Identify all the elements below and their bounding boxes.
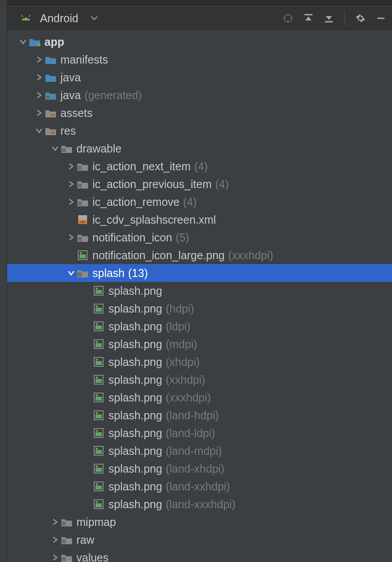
gear-icon[interactable]	[356, 13, 365, 23]
tree-row[interactable]: assets	[7, 104, 392, 122]
project-view-selector[interactable]: Android	[20, 12, 283, 25]
tree-row[interactable]: <>ic_cdv_splashscreen.xml	[7, 211, 392, 229]
tree-item-label: notification_icon_large.png	[92, 249, 224, 262]
chevron-right-icon[interactable]	[66, 234, 76, 241]
tree-row[interactable]: splash.png(land-xxhdpi)	[7, 478, 392, 495]
tree-row[interactable]: raw	[7, 531, 392, 549]
chevron-down-icon[interactable]	[50, 146, 60, 151]
image-icon	[92, 499, 105, 510]
tree-row[interactable]: drawable	[7, 140, 392, 157]
image-icon	[92, 339, 105, 349]
svg-rect-31	[78, 273, 82, 277]
chevron-right-icon[interactable]	[50, 554, 60, 561]
tree-item-label: splash.png	[108, 320, 162, 333]
tree-row[interactable]: notification_icon_large.png(xxxhdpi)	[7, 246, 392, 264]
svg-point-61	[96, 448, 98, 450]
module-icon	[28, 36, 41, 47]
tree-row[interactable]: splash.png(hdpi)	[7, 300, 392, 317]
tree-row[interactable]: java(generated)	[7, 86, 392, 104]
svg-point-0	[24, 19, 25, 20]
svg-rect-23	[78, 201, 82, 205]
tree-row[interactable]: app	[7, 33, 392, 51]
tree-item-suffix: (5)	[176, 231, 189, 244]
svg-rect-27	[78, 237, 82, 241]
tree-item-suffix: (4)	[183, 196, 197, 209]
android-icon	[20, 13, 32, 24]
tree-row[interactable]: splash.png(ldpi)	[7, 317, 392, 335]
tree-item-suffix: (land-mdpi)	[166, 445, 222, 458]
tree-row[interactable]: mipmap	[7, 513, 392, 531]
svg-rect-51	[96, 397, 102, 401]
tree-row[interactable]: splash.png(land-xxxhdpi)	[7, 495, 392, 513]
project-tree[interactable]: appmanifestsjavajava(generated)assetsres…	[7, 30, 392, 562]
chevron-right-icon[interactable]	[34, 56, 44, 63]
dropdown-arrow-icon	[91, 16, 98, 20]
svg-point-43	[96, 341, 98, 343]
svg-rect-69	[96, 503, 102, 507]
svg-rect-73	[62, 557, 66, 561]
tree-item-label: splash.png	[108, 285, 162, 297]
chevron-down-icon[interactable]	[18, 39, 28, 44]
tree-item-label: splash.png	[108, 480, 162, 493]
folder-grey-icon	[76, 197, 89, 207]
tree-row[interactable]: ic_action_next_item(4)	[7, 157, 392, 175]
svg-rect-22	[78, 184, 82, 188]
svg-rect-36	[96, 308, 102, 312]
tree-row[interactable]: splash.png(land-ldpi)	[7, 424, 392, 442]
chevron-right-icon[interactable]	[66, 198, 76, 205]
tree-item-label: splash	[92, 267, 124, 280]
tree-row[interactable]: splash.png(land-xhdpi)	[7, 460, 392, 478]
image-icon	[92, 392, 105, 403]
tree-item-label: splash.png	[108, 302, 162, 315]
image-icon	[76, 250, 89, 261]
tree-row[interactable]: res	[7, 122, 392, 140]
chevron-right-icon[interactable]	[34, 109, 44, 116]
svg-rect-60	[96, 450, 102, 454]
tree-item-label: splash.png	[108, 409, 162, 422]
chevron-right-icon[interactable]	[50, 518, 60, 526]
chevron-down-icon[interactable]	[66, 270, 76, 276]
svg-rect-29	[80, 254, 86, 258]
tree-item-label: raw	[76, 534, 94, 546]
chevron-right-icon[interactable]	[66, 163, 76, 170]
target-icon[interactable]	[283, 13, 293, 23]
tree-row[interactable]: splash.png	[7, 282, 392, 300]
tree-row[interactable]: splash.png(xxhdpi)	[7, 371, 392, 389]
tree-item-label: app	[44, 36, 64, 48]
tree-row[interactable]: splash.png(xxxhdpi)	[7, 389, 392, 406]
tree-row[interactable]: splash.png(land-hdpi)	[7, 406, 392, 424]
folder-grey-icon	[60, 534, 73, 545]
chevron-right-icon[interactable]	[66, 181, 76, 188]
tree-item-label: splash.png	[108, 391, 162, 404]
tree-item-label: splash.png	[108, 373, 162, 386]
chevron-right-icon[interactable]	[34, 92, 44, 99]
collapse-to-bottom-icon[interactable]	[324, 13, 334, 23]
tree-row[interactable]: splash.png(mdpi)	[7, 335, 392, 353]
folder-grey-icon	[60, 143, 73, 154]
tree-item-label: manifests	[60, 53, 108, 66]
minimize-icon[interactable]	[376, 13, 386, 23]
tree-row[interactable]: notification_icon(5)	[7, 229, 392, 246]
svg-point-1	[27, 19, 28, 20]
tree-row[interactable]: java	[7, 68, 392, 86]
collapse-to-top-icon[interactable]	[304, 13, 313, 23]
tree-row[interactable]: values	[7, 549, 392, 562]
tree-row[interactable]: splash.png(xhdpi)	[7, 353, 392, 371]
svg-point-30	[80, 252, 82, 254]
tree-item-suffix: (4)	[215, 178, 229, 191]
tree-item-label: splash.png	[108, 498, 162, 511]
svg-rect-57	[96, 432, 102, 436]
tree-row[interactable]: ic_action_previous_item(4)	[7, 175, 392, 193]
svg-rect-39	[96, 325, 102, 329]
tree-row[interactable]: splash(13)	[7, 264, 392, 282]
tree-item-label: values	[76, 551, 108, 562]
chevron-right-icon[interactable]	[34, 74, 44, 81]
tree-item-suffix: (land-ldpi)	[166, 427, 215, 440]
chevron-down-icon[interactable]	[34, 128, 44, 133]
tree-row[interactable]: ic_action_remove(4)	[7, 193, 392, 211]
tree-row[interactable]: splash.png(land-mdpi)	[7, 442, 392, 460]
tool-window-strip[interactable]	[0, 0, 7, 562]
tree-row[interactable]: manifests	[7, 51, 392, 68]
chevron-right-icon[interactable]	[50, 536, 60, 543]
image-icon	[92, 374, 105, 385]
